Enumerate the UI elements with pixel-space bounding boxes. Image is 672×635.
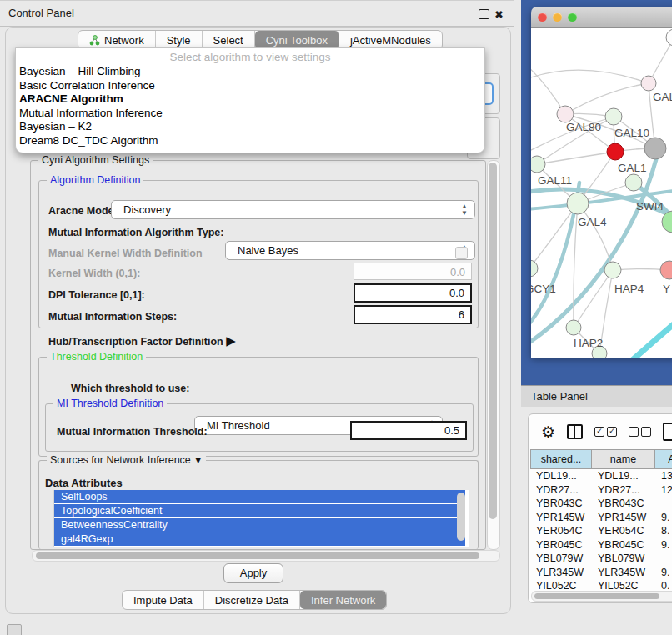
table-cell <box>655 552 672 566</box>
tab-impute-data[interactable]: Impute Data <box>123 591 204 609</box>
network-edge[interactable] <box>531 203 578 268</box>
network-window-titlebar[interactable] <box>531 7 672 28</box>
network-node-gal11[interactable] <box>531 156 545 172</box>
settings-horizontal-scrollbar[interactable] <box>32 550 500 562</box>
tab-discretize-data[interactable]: Discretize Data <box>204 591 300 609</box>
tab-cyni-toolbox[interactable]: Cyni Toolbox <box>255 31 339 49</box>
collapsed-panel-icon[interactable] <box>7 624 22 635</box>
network-node-label: SWI4 <box>636 200 664 212</box>
hub-definition-disclosure[interactable]: Hub/Transcription Factor Definition ▶ <box>48 333 236 348</box>
float-panel-icon[interactable] <box>479 9 489 19</box>
algorithm-placeholder: Select algorithm to view settings <box>16 48 484 65</box>
table-cell: 12 <box>655 483 672 498</box>
network-node-hap4[interactable] <box>604 262 621 278</box>
document-icon[interactable] <box>663 422 672 441</box>
network-graph[interactable]: GALGAL80GAL10GAL1GAL11SWI4GAL4GCY1HAP4YH… <box>531 28 672 358</box>
table-row[interactable]: YER054CYER054C8. <box>530 524 672 538</box>
network-node-swi4[interactable] <box>625 174 642 191</box>
attributes-scrollbar-thumb[interactable] <box>457 492 465 541</box>
network-node-gal[interactable] <box>641 76 656 91</box>
network-node[interactable] <box>666 29 672 46</box>
table-column-header[interactable]: shared... <box>530 449 592 469</box>
network-node[interactable] <box>644 138 666 159</box>
data-attribute-item-selected[interactable]: gal4RGexp <box>54 532 465 546</box>
data-attribute-item-selected[interactable]: SelfLoops <box>54 490 465 503</box>
manual-kernel-label: Manual Kernel Width Definition <box>48 248 203 259</box>
table-row[interactable]: YDL19...YDL19...13 <box>530 469 672 483</box>
table-row[interactable]: YDR27...YDR27...12 <box>530 483 672 498</box>
network-edge[interactable] <box>565 83 649 114</box>
dpi-tolerance-field[interactable]: 0.0 <box>354 283 472 302</box>
network-node-label: GAL4 <box>578 216 607 228</box>
dpi-tolerance-label: DPI Tolerance [0,1]: <box>48 289 145 301</box>
close-traffic-light-icon[interactable] <box>538 12 547 22</box>
tab-jactivemnodules[interactable]: jActiveMNodules <box>339 31 442 49</box>
algorithm-option[interactable]: Bayesian – Hill Climbing <box>16 65 484 79</box>
mi-threshold-field[interactable]: 0.5 <box>350 421 467 440</box>
table-row[interactable]: YBR045CYBR045C9. <box>530 538 672 552</box>
settings-vertical-scrollbar-thumb[interactable] <box>489 162 497 519</box>
table-cell: YPR145W <box>592 511 655 525</box>
data-attribute-item-selected[interactable]: TopologicalCoefficient <box>54 504 465 518</box>
network-edge[interactable] <box>531 70 649 83</box>
table-rows: YDL19...YDL19...13YDR27...YDR27...12YBR0… <box>530 469 672 593</box>
close-panel-icon[interactable]: ✖ <box>494 9 504 20</box>
data-attribute-item-selected[interactable]: BetweennessCentrality <box>54 518 465 532</box>
table-panel-title: Table Panel <box>531 390 588 402</box>
sources-group-title[interactable]: Sources for Network Inference ▼ <box>47 454 206 466</box>
deselect-all-checkboxes-icon[interactable] <box>629 427 651 437</box>
network-edge[interactable] <box>537 152 615 164</box>
algorithm-option[interactable]: Dream8 DC_TDC Algorithm <box>16 134 484 148</box>
table-cell: YDL19... <box>592 469 655 483</box>
cyni-settings-title: Cyni Algorithm Settings <box>38 154 153 166</box>
sources-title-text: Sources for Network Inference <box>50 454 191 466</box>
kernel-width-field[interactable]: 0.0 <box>354 262 472 280</box>
algorithm-option[interactable]: Mutual Information Inference <box>16 107 484 121</box>
tab-label: Discretize Data <box>215 594 288 607</box>
network-node-gal4[interactable] <box>567 192 589 214</box>
table-column-header[interactable]: name <box>592 449 655 469</box>
tab-label: Impute Data <box>133 594 193 607</box>
tab-style[interactable]: Style <box>156 31 203 49</box>
table-row[interactable]: YPR145WYPR145W9. <box>530 511 672 525</box>
apply-button[interactable]: Apply <box>223 563 283 583</box>
manual-kernel-checkbox[interactable] <box>455 247 468 259</box>
network-node-gal80[interactable] <box>557 106 574 122</box>
data-attributes-list[interactable]: SelfLoopsTopologicalCoefficientBetweenne… <box>53 490 469 547</box>
aracne-mode-value: Discovery <box>123 203 171 216</box>
tab-select[interactable]: Select <box>203 31 255 49</box>
select-all-checkboxes-icon[interactable]: ✓✓ <box>594 427 617 437</box>
network-node-y[interactable] <box>660 261 672 279</box>
split-columns-icon[interactable] <box>567 424 583 439</box>
settings-horizontal-scrollbar-thumb[interactable] <box>36 552 479 559</box>
table-horizontal-scrollbar[interactable] <box>531 591 672 602</box>
table-cell: YBR043C <box>530 497 592 511</box>
algorithm-option[interactable]: Bayesian – K2 <box>16 120 484 134</box>
algorithm-option[interactable]: ARACNE Algorithm <box>16 92 484 107</box>
tab-infer-network[interactable]: Infer Network <box>300 591 386 609</box>
table-row[interactable]: YLR345WYLR345W9. <box>530 566 672 580</box>
table-horizontal-scrollbar-thumb[interactable] <box>534 593 659 599</box>
table-row[interactable]: YBL079WYBL079W <box>530 552 672 566</box>
network-node-gcy1[interactable] <box>531 260 538 277</box>
aracne-mode-combo[interactable]: Discovery ▲▼ <box>111 200 475 219</box>
tab-network[interactable]: Network <box>78 31 156 49</box>
minimize-traffic-light-icon[interactable] <box>553 12 562 22</box>
table-column-header[interactable]: A <box>655 449 672 469</box>
gear-icon[interactable]: ⚙ <box>541 422 555 442</box>
zoom-traffic-light-icon[interactable] <box>568 12 577 22</box>
network-canvas[interactable]: GALGAL80GAL10GAL1GAL11SWI4GAL4GCY1HAP4YH… <box>531 28 672 358</box>
network-node-label: GAL1 <box>618 162 647 174</box>
table-row[interactable]: YBR043CYBR043C <box>530 497 672 511</box>
network-edge[interactable] <box>531 65 565 114</box>
settings-vertical-scrollbar[interactable] <box>487 160 500 550</box>
algorithm-option[interactable]: Basic Correlation Inference <box>16 79 484 93</box>
network-node-hap2[interactable] <box>566 320 581 335</box>
network-node-gal1[interactable] <box>607 143 624 160</box>
table-cell: YBR045C <box>592 538 655 552</box>
network-node-label: HAP4 <box>614 282 644 295</box>
mi-type-combo[interactable]: Naive Bayes ▲▼ <box>225 241 475 260</box>
mi-steps-field[interactable]: 6 <box>354 305 472 324</box>
network-node-gal10[interactable] <box>605 108 622 125</box>
network-edge[interactable] <box>629 319 672 358</box>
